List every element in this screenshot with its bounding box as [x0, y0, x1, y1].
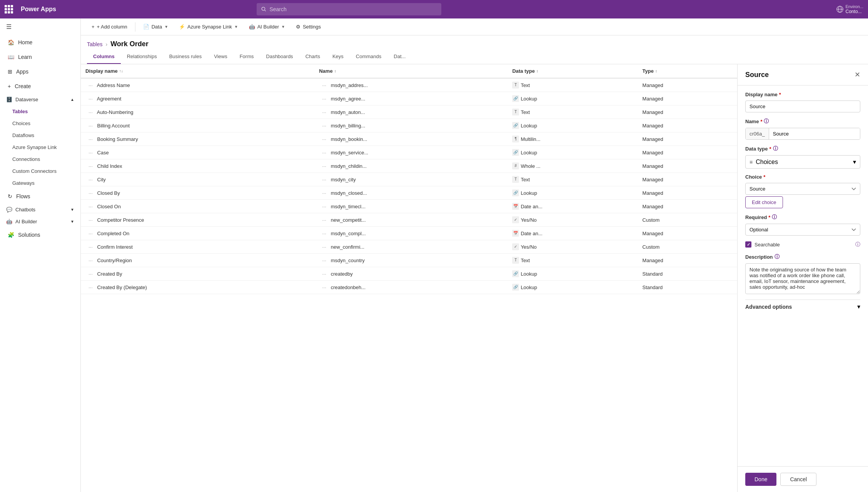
col-actions[interactable]: ··· — [319, 217, 329, 223]
tab-relationships[interactable]: Relationships — [121, 50, 163, 64]
azure-synapse-button[interactable]: ⚡ Azure Synapse Link ▼ — [174, 22, 243, 32]
add-column-button[interactable]: + + Add column — [87, 22, 132, 32]
table-row[interactable]: ··· Child Index ··· msdyn_childin... # W… — [81, 159, 737, 173]
table-row[interactable]: ··· Case ··· msdyn_service... 🔗 Lookup M… — [81, 146, 737, 159]
th-data-type[interactable]: Data type ↕ — [507, 64, 638, 78]
search-input[interactable] — [269, 6, 437, 12]
col-actions[interactable]: ··· — [85, 190, 96, 196]
sidebar-toggle[interactable]: ☰ — [0, 18, 80, 35]
ai-builder-button[interactable]: 🤖 AI Builder ▼ — [244, 22, 290, 32]
table-row[interactable]: ··· Billing Account ··· msdyn_billing...… — [81, 119, 737, 132]
col-actions[interactable]: ··· — [319, 123, 329, 129]
th-name[interactable]: Name ↕ — [314, 64, 507, 78]
sidebar-item-solutions[interactable]: 🧩 Solutions — [2, 228, 79, 242]
tab-views[interactable]: Views — [208, 50, 233, 64]
edit-choice-button[interactable]: Edit choice — [745, 196, 783, 208]
breadcrumb-tables-link[interactable]: Tables — [87, 41, 102, 47]
sidebar-item-ai-builder[interactable]: 🤖 AI Builder ▼ — [0, 216, 80, 228]
col-actions[interactable]: ··· — [85, 109, 96, 115]
table-row[interactable]: ··· Closed On ··· msdyn_timecl... 📅 Date… — [81, 200, 737, 213]
th-type[interactable]: Type ↕ — [638, 64, 737, 78]
table-row[interactable]: ··· City ··· msdyn_city T Text Managed — [81, 173, 737, 186]
sidebar-item-chatbots[interactable]: 💬 Chatbots ▼ — [0, 204, 80, 216]
col-actions[interactable]: ··· — [85, 136, 96, 142]
col-actions[interactable]: ··· — [85, 82, 96, 88]
choice-select[interactable]: Source — [745, 183, 860, 195]
sidebar-item-dataflows[interactable]: Dataflows — [0, 129, 80, 141]
cancel-button[interactable]: Cancel — [780, 473, 816, 486]
table-row[interactable]: ··· Booking Summary ··· msdyn_bookin... … — [81, 132, 737, 146]
tab-commands[interactable]: Commands — [350, 50, 387, 64]
col-actions[interactable]: ··· — [319, 284, 329, 290]
table-row[interactable]: ··· Closed By ··· msdyn_closed... 🔗 Look… — [81, 186, 737, 200]
data-type-select[interactable]: ≡ Choices ▾ — [745, 155, 860, 169]
col-actions[interactable]: ··· — [319, 271, 329, 277]
col-actions[interactable]: ··· — [319, 204, 329, 209]
col-actions[interactable]: ··· — [319, 82, 329, 88]
table-row[interactable]: ··· Created By ··· createdby 🔗 Lookup St… — [81, 267, 737, 281]
col-actions[interactable]: ··· — [85, 244, 96, 250]
tab-dat[interactable]: Dat... — [387, 50, 412, 64]
col-actions[interactable]: ··· — [85, 163, 96, 169]
col-actions[interactable]: ··· — [85, 150, 96, 156]
col-actions[interactable]: ··· — [85, 271, 96, 277]
col-actions[interactable]: ··· — [85, 258, 96, 263]
col-actions[interactable]: ··· — [319, 136, 329, 142]
col-actions[interactable]: ··· — [85, 177, 96, 182]
col-actions[interactable]: ··· — [319, 244, 329, 250]
waffle-icon[interactable] — [5, 5, 13, 13]
sidebar-item-tables[interactable]: Tables — [0, 105, 80, 117]
tab-charts[interactable]: Charts — [299, 50, 326, 64]
col-actions[interactable]: ··· — [319, 177, 329, 182]
name-input[interactable] — [769, 128, 860, 139]
display-name-input[interactable] — [745, 100, 860, 112]
col-actions[interactable]: ··· — [319, 231, 329, 236]
tab-dashboards[interactable]: Dashboards — [260, 50, 299, 64]
col-actions[interactable]: ··· — [319, 109, 329, 115]
table-row[interactable]: ··· Competitor Presence ··· new_competit… — [81, 213, 737, 227]
sidebar-item-connections[interactable]: Connections — [0, 153, 80, 165]
done-button[interactable]: Done — [745, 473, 776, 486]
col-actions[interactable]: ··· — [319, 96, 329, 102]
tab-keys[interactable]: Keys — [326, 50, 350, 64]
table-row[interactable]: ··· Auto-Numbering ··· msdyn_auton... T … — [81, 105, 737, 119]
sidebar-item-choices[interactable]: Choices — [0, 117, 80, 129]
tab-business-rules[interactable]: Business rules — [163, 50, 208, 64]
col-actions[interactable]: ··· — [319, 190, 329, 196]
table-row[interactable]: ··· Completed On ··· msdyn_compl... 📅 Da… — [81, 227, 737, 240]
sidebar-item-azure-synapse[interactable]: Azure Synapse Link — [0, 141, 80, 153]
col-actions[interactable]: ··· — [319, 150, 329, 156]
sidebar-item-apps[interactable]: ⊞ Apps — [2, 65, 79, 79]
required-select[interactable]: Optional — [745, 224, 860, 236]
settings-button[interactable]: ⚙ Settings — [291, 22, 326, 32]
data-button[interactable]: 📄 Data ▼ — [139, 22, 173, 32]
advanced-options-section[interactable]: Advanced options ▾ — [745, 300, 860, 313]
sidebar-item-create[interactable]: + Create — [2, 79, 79, 93]
table-row[interactable]: ··· Address Name ··· msdyn_addres... T T… — [81, 78, 737, 92]
col-actions[interactable]: ··· — [85, 284, 96, 290]
tab-forms[interactable]: Forms — [234, 50, 260, 64]
searchable-info-icon[interactable]: ⓘ — [855, 241, 860, 248]
col-actions[interactable]: ··· — [85, 123, 96, 129]
col-actions[interactable]: ··· — [319, 163, 329, 169]
table-row[interactable]: ··· Agreement ··· msdyn_agree... 🔗 Looku… — [81, 92, 737, 105]
sidebar-item-gateways[interactable]: Gateways — [0, 177, 80, 189]
sidebar-item-flows[interactable]: ↻ Flows — [2, 189, 79, 203]
data-type-info-icon[interactable]: ⓘ — [773, 145, 778, 152]
table-row[interactable]: ··· Confirm Interest ··· new_confirmi...… — [81, 240, 737, 254]
col-actions[interactable]: ··· — [85, 204, 96, 209]
col-actions[interactable]: ··· — [85, 96, 96, 102]
description-textarea[interactable]: Note the originating source of how the t… — [745, 263, 860, 294]
required-info-icon[interactable]: ⓘ — [772, 214, 777, 221]
table-row[interactable]: ··· Created By (Delegate) ··· createdonb… — [81, 281, 737, 294]
name-info-icon[interactable]: ⓘ — [764, 118, 769, 125]
col-actions[interactable]: ··· — [85, 217, 96, 223]
sidebar-item-learn[interactable]: 📖 Learn — [2, 50, 79, 64]
panel-close-button[interactable]: ✕ — [855, 70, 860, 79]
searchable-checkbox[interactable]: ✓ — [745, 241, 751, 248]
sidebar-item-home[interactable]: 🏠 Home — [2, 35, 79, 49]
sidebar-item-custom-connectors[interactable]: Custom Connectors — [0, 165, 80, 177]
sidebar-section-dataverse[interactable]: 🗄️ Dataverse ▲ — [0, 94, 80, 105]
col-actions[interactable]: ··· — [319, 258, 329, 263]
col-actions[interactable]: ··· — [85, 231, 96, 236]
